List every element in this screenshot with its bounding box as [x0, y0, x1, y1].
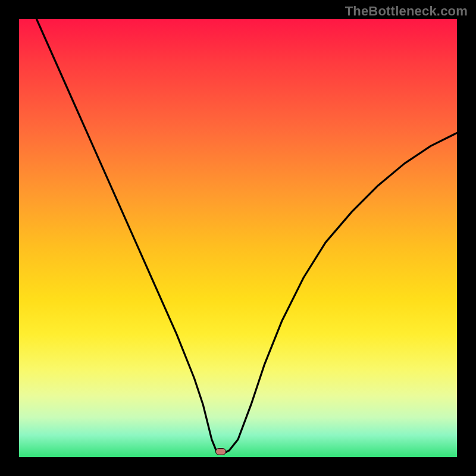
- minimum-marker: [215, 448, 226, 455]
- watermark-text: TheBottleneck.com: [345, 4, 468, 19]
- bottleneck-curve: [36, 19, 457, 453]
- curve-svg: [19, 19, 457, 457]
- plot-area: [19, 19, 457, 457]
- chart-frame: TheBottleneck.com: [0, 0, 476, 476]
